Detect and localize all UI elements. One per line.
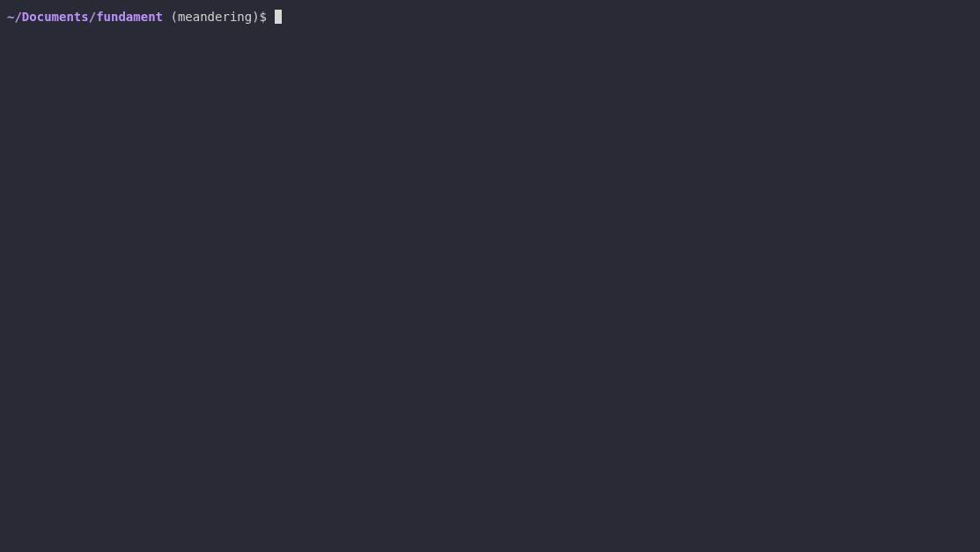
- prompt-branch-name: meandering: [178, 9, 252, 26]
- prompt-symbol: $: [260, 9, 275, 26]
- prompt-branch-open: (: [163, 9, 178, 26]
- prompt-path: ~/Documents/fundament: [7, 9, 163, 26]
- terminal-prompt-line[interactable]: ~/Documents/fundament ( meandering ) $: [7, 9, 973, 26]
- cursor-icon: [275, 10, 282, 24]
- prompt-branch-close: ): [252, 9, 259, 26]
- command-input[interactable]: [274, 9, 282, 26]
